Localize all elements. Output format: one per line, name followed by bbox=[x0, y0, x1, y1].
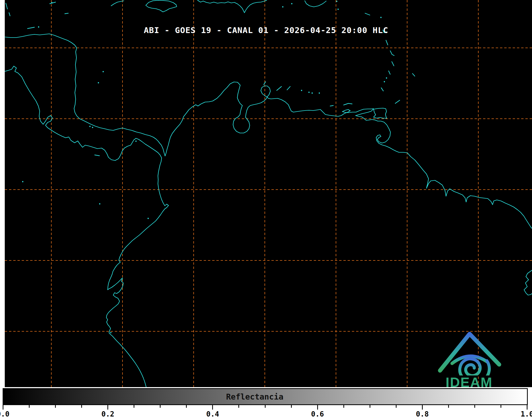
colorbar-tick-label: 0.6 bbox=[311, 410, 324, 417]
colorbar-tick-label: 0.4 bbox=[206, 410, 219, 417]
tobago bbox=[395, 100, 400, 103]
colorbar-tick bbox=[81, 405, 82, 408]
islet-dot bbox=[386, 77, 387, 79]
bonaire bbox=[287, 86, 290, 90]
islet-dot bbox=[338, 9, 339, 10]
belize-cays-2 bbox=[9, 13, 10, 16]
islet-dot bbox=[135, 141, 137, 142]
ideam-logo: IDEAM bbox=[436, 329, 502, 390]
colorbar-tick bbox=[265, 405, 266, 408]
islet-dot bbox=[308, 92, 310, 93]
cuba-fragment bbox=[111, 1, 124, 6]
colorbar-tick bbox=[29, 405, 30, 408]
islet-dot bbox=[336, 1, 338, 2]
colorbar-tick bbox=[55, 405, 56, 408]
jamaica bbox=[146, 0, 177, 12]
islet-dot bbox=[89, 126, 91, 127]
colorbar-tick bbox=[370, 405, 370, 408]
islet-dot bbox=[99, 203, 101, 205]
islet-dot bbox=[319, 93, 320, 94]
islet-dot bbox=[312, 93, 313, 94]
colorbar-axis: 0.00.20.40.60.81.0 bbox=[0, 405, 532, 417]
islet-dot bbox=[110, 332, 112, 333]
islet-dot bbox=[282, 6, 284, 8]
amazon-coast-fragment bbox=[524, 270, 532, 295]
map-title: ABI - GOES 19 - CANAL 01 - 2026-04-25 20… bbox=[0, 25, 532, 35]
colorbar-tick bbox=[396, 405, 397, 408]
colorbar-tick bbox=[3, 405, 3, 410]
islet-dot bbox=[384, 81, 385, 83]
st-kitts-nevis bbox=[365, 13, 370, 15]
reflectance-colorbar: Reflectancia bbox=[3, 388, 528, 405]
curacao bbox=[277, 86, 281, 90]
colorbar-tick bbox=[448, 405, 449, 408]
colorbar-tick bbox=[527, 405, 528, 410]
islet-dot bbox=[51, 2, 53, 3]
colorbar-tick bbox=[501, 405, 501, 408]
colorbar-tick bbox=[422, 405, 423, 410]
swan-islands bbox=[65, 13, 68, 14]
islet-dot bbox=[103, 71, 104, 72]
st-vincent bbox=[389, 71, 390, 74]
colorbar-tick-label: 0.0 bbox=[0, 410, 10, 417]
colorbar-tick bbox=[160, 405, 161, 408]
la-tortuga bbox=[330, 106, 333, 106]
dominica bbox=[386, 40, 388, 45]
islet-dot bbox=[98, 82, 99, 84]
colorbar-tick bbox=[474, 405, 475, 408]
colorbar-tick bbox=[186, 405, 187, 408]
cays-north bbox=[50, 2, 56, 4]
st-lucia bbox=[392, 62, 394, 66]
colorbar-label: Reflectancia bbox=[226, 392, 284, 401]
islet-dot bbox=[92, 127, 93, 128]
colorbar-tick bbox=[317, 405, 318, 410]
caribbean-mainland-coast bbox=[5, 34, 532, 228]
ideam-logo-mark bbox=[436, 329, 502, 375]
colorbar-tick bbox=[238, 405, 239, 408]
colorbar-tick bbox=[291, 405, 292, 408]
colorbar-tick bbox=[343, 405, 344, 408]
margarita bbox=[344, 103, 352, 105]
islet-dot bbox=[148, 218, 149, 219]
colorbar-tick bbox=[107, 405, 108, 410]
pacific-coast bbox=[5, 66, 169, 387]
colorbar-tick-label: 1.0 bbox=[521, 410, 532, 417]
colorbar-tick-label: 0.2 bbox=[101, 410, 114, 417]
islet-dot bbox=[291, 3, 293, 4]
hispaniola-south-coast bbox=[198, 0, 267, 13]
belize-cays bbox=[6, 3, 7, 9]
colorbar-tick bbox=[212, 405, 213, 410]
coiba bbox=[95, 155, 99, 156]
colorbar-tick bbox=[134, 405, 134, 408]
ideam-logo-text: IDEAM bbox=[436, 374, 502, 390]
puerto-rico bbox=[305, 1, 326, 7]
martinique bbox=[390, 51, 394, 56]
islet-dot bbox=[380, 17, 382, 18]
barbados bbox=[412, 74, 415, 76]
trinidad bbox=[374, 108, 387, 118]
islet-dot bbox=[301, 90, 302, 91]
islet-dot bbox=[22, 181, 24, 182]
grenada bbox=[381, 88, 383, 91]
colorbar-tick-label: 0.8 bbox=[416, 410, 429, 417]
